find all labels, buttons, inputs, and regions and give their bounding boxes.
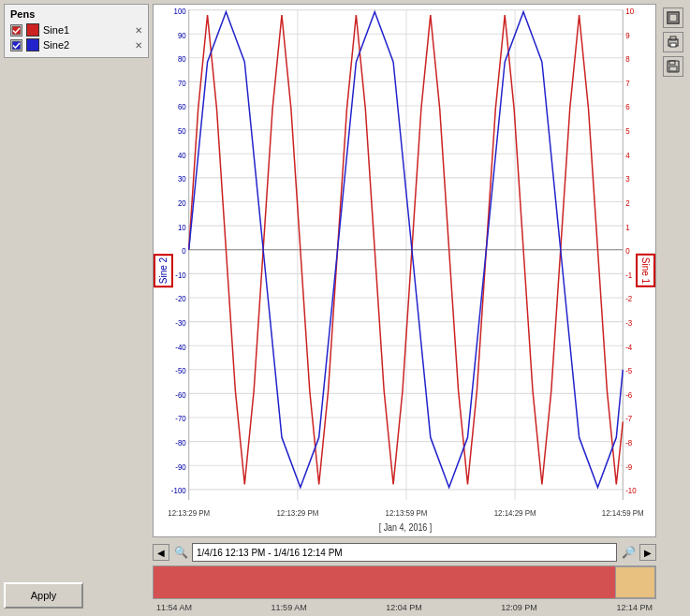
svg-text:3: 3 (625, 174, 630, 184)
timeline-label-4: 12:09 PM (501, 603, 537, 612)
pen-color-sine2 (26, 38, 39, 51)
svg-text:5: 5 (625, 126, 630, 137)
nav-right-arrow[interactable]: ▶ (639, 544, 656, 561)
svg-text:10: 10 (178, 222, 186, 232)
svg-text:-30: -30 (175, 318, 186, 329)
pen-item-sine1: Sine1 ✕ (10, 23, 142, 37)
svg-text:-20: -20 (175, 294, 186, 304)
fullscreen-button[interactable] (663, 7, 683, 28)
svg-rect-81 (670, 43, 676, 47)
svg-text:-8: -8 (625, 438, 632, 448)
right-toolbar (660, 4, 686, 612)
pen-checkbox-sine2[interactable] (10, 39, 22, 51)
svg-text:2: 2 (625, 198, 630, 209)
svg-text:12:13:59 PM: 12:13:59 PM (386, 507, 428, 518)
timeline-label-5: 12:14 PM (616, 603, 653, 612)
print-button[interactable] (663, 32, 683, 52)
svg-text:-90: -90 (175, 462, 186, 472)
svg-text:90: 90 (178, 30, 186, 40)
nav-left-arrow[interactable]: ◀ (153, 544, 169, 561)
svg-text:6: 6 (625, 102, 630, 112)
svg-text:40: 40 (178, 150, 186, 160)
y-axis-right-label-container: Sine 1 (636, 254, 655, 287)
svg-text:12:14:59 PM: 12:14:59 PM (602, 507, 644, 518)
pen-checkbox-sine1[interactable] (10, 24, 22, 37)
svg-text:8: 8 (625, 54, 630, 65)
date-range-input[interactable] (192, 543, 617, 562)
svg-text:-10: -10 (625, 486, 637, 496)
svg-text:60: 60 (178, 102, 186, 112)
svg-text:10: 10 (625, 7, 634, 17)
chart-svg: 100 90 80 70 60 50 40 30 20 10 0 -10 -20… (154, 5, 655, 536)
pens-title: Pens (10, 8, 142, 20)
svg-text:12:13:29 PM: 12:13:29 PM (276, 507, 318, 518)
pen-label-sine2: Sine2 (43, 39, 131, 51)
zoom-out-icon[interactable]: 🔍 (173, 545, 188, 560)
save-button[interactable] (663, 56, 683, 77)
pen-label-sine1: Sine1 (43, 24, 131, 36)
chart-area: Sine 2 Sine 1 (153, 4, 656, 537)
svg-rect-78 (669, 14, 677, 22)
svg-text:-3: -3 (625, 318, 632, 329)
pen-item-sine2: Sine2 ✕ (10, 38, 142, 51)
svg-text:-9: -9 (625, 462, 632, 472)
svg-text:100: 100 (174, 7, 187, 17)
svg-text:70: 70 (178, 78, 186, 88)
svg-text:-70: -70 (175, 414, 186, 424)
svg-text:9: 9 (625, 30, 630, 40)
svg-rect-84 (669, 66, 677, 71)
svg-text:-2: -2 (625, 294, 632, 304)
y-axis-right-label: Sine 1 (636, 254, 655, 287)
pen-close-sine1[interactable]: ✕ (135, 25, 142, 36)
svg-text:50: 50 (178, 126, 186, 137)
svg-text:12:13:29 PM: 12:13:29 PM (168, 507, 210, 518)
svg-text:12:14:29 PM: 12:14:29 PM (494, 507, 536, 518)
timeline-label-3: 12:04 PM (386, 603, 422, 612)
svg-text:-80: -80 (175, 438, 186, 448)
svg-text:-40: -40 (175, 342, 186, 352)
svg-text:-100: -100 (171, 486, 186, 496)
timeline-highlight[interactable] (615, 566, 655, 598)
svg-text:20: 20 (178, 198, 186, 209)
timeline-label-1: 11:54 AM (156, 603, 192, 612)
pen-color-sine1 (26, 23, 39, 37)
svg-text:30: 30 (178, 174, 186, 184)
svg-text:-60: -60 (175, 389, 186, 400)
svg-text:-1: -1 (625, 270, 632, 280)
svg-text:80: 80 (178, 54, 186, 65)
svg-text:1: 1 (625, 222, 630, 232)
svg-text:-5: -5 (625, 366, 632, 376)
bottom-section: ◀ 🔍 🔎 ▶ 11:54 AM 11:59 AM 12:04 PM 12:09… (153, 541, 656, 612)
svg-text:-50: -50 (175, 366, 186, 376)
timeline-bar[interactable] (153, 565, 656, 599)
nav-bar: ◀ 🔍 🔎 ▶ (153, 541, 656, 564)
svg-text:0: 0 (625, 246, 630, 257)
svg-text:-6: -6 (625, 389, 632, 400)
apply-button[interactable]: Apply (4, 582, 83, 609)
timeline-red-region (154, 566, 615, 598)
svg-text:-7: -7 (625, 414, 632, 424)
svg-text:4: 4 (625, 150, 630, 160)
svg-text:0: 0 (182, 246, 186, 257)
pen-close-sine2[interactable]: ✕ (135, 40, 142, 51)
timeline-label-2: 11:59 AM (272, 603, 307, 612)
zoom-in-icon[interactable]: 🔎 (621, 545, 636, 560)
y-axis-left-label-container: Sine 2 (154, 254, 173, 287)
svg-text:7: 7 (625, 78, 630, 88)
svg-text:-10: -10 (175, 270, 186, 280)
svg-text:-4: -4 (625, 342, 632, 352)
svg-text:[ Jan 4, 2016 ]: [ Jan 4, 2016 ] (379, 522, 433, 534)
y-axis-left-label: Sine 2 (154, 254, 173, 287)
timeline-labels: 11:54 AM 11:59 AM 12:04 PM 12:09 PM 12:1… (153, 603, 656, 612)
